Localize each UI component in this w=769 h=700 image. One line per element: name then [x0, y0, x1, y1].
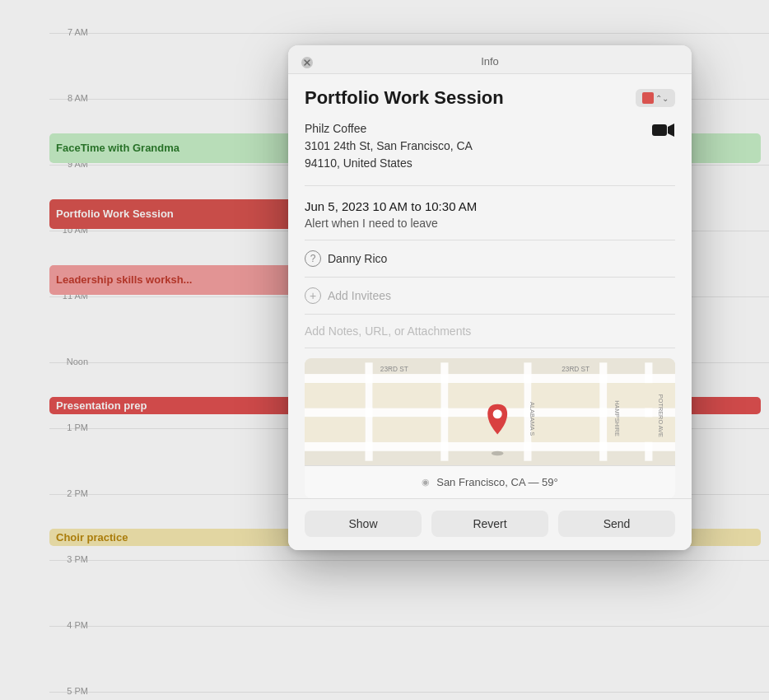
map-footer-text: San Francisco, CA — 59° [436, 476, 558, 488]
location-address: 3101 24th St, San Francisco, CA94110, Un… [305, 138, 473, 172]
organizer-name: Danny Rico [328, 252, 387, 265]
svg-rect-8 [305, 442, 675, 451]
svg-rect-10 [440, 362, 448, 460]
svg-rect-22 [532, 417, 600, 441]
popup-footer: Show Revert Send [288, 498, 692, 550]
svg-rect-20 [373, 417, 441, 441]
svg-text:POTRERO AVE: POTRERO AVE [657, 394, 664, 437]
datetime-section: Jun 5, 2023 10 AM to 10:30 AM Alert when… [305, 199, 675, 240]
svg-marker-4 [668, 124, 674, 137]
calendar-color-square [642, 92, 654, 104]
svg-rect-17 [532, 383, 600, 408]
svg-point-30 [493, 409, 502, 418]
question-icon: ? [305, 250, 321, 267]
video-camera-icon[interactable] [652, 122, 675, 142]
svg-text:23RD ST: 23RD ST [562, 366, 590, 373]
location-dot-icon: ◉ [422, 477, 430, 488]
popup-header: Info [288, 45, 692, 74]
svg-rect-9 [365, 362, 372, 460]
svg-rect-21 [448, 417, 524, 441]
svg-rect-3 [652, 124, 667, 136]
map-container[interactable]: 23RD ST 23RD ST POTRERO AVE HAMPSHIRE AL… [305, 358, 675, 498]
svg-text:HAMPSHIRE: HAMPSHIRE [613, 400, 621, 436]
svg-point-29 [492, 451, 504, 456]
send-button[interactable]: Send [558, 511, 675, 537]
close-button[interactable] [298, 54, 316, 72]
svg-rect-6 [305, 374, 675, 383]
svg-text:23RD ST: 23RD ST [380, 366, 408, 373]
popup-body: Portfolio Work Session ⌃⌄ Philz Coffee 3… [288, 74, 692, 498]
revert-button[interactable]: Revert [431, 511, 548, 537]
svg-rect-15 [373, 383, 441, 408]
map-footer: ◉ San Francisco, CA — 59° [305, 465, 675, 498]
close-icon [301, 56, 314, 69]
location-name: Philz Coffee [305, 120, 473, 138]
chevron-icon: ⌃⌄ [655, 94, 669, 103]
event-title-row: Portfolio Work Session ⌃⌄ [305, 87, 675, 109]
notes-field[interactable]: Add Notes, URL, or Attachments [305, 324, 675, 348]
event-title: Portfolio Work Session [305, 87, 504, 109]
organizer-row: ? Danny Rico [305, 250, 675, 278]
info-popup: Info Portfolio Work Session ⌃⌄ Philz Cof… [288, 45, 692, 550]
alert-text: Alert when I need to leave [305, 217, 675, 230]
datetime-text: Jun 5, 2023 10 AM to 10:30 AM [305, 199, 675, 213]
svg-rect-19 [305, 417, 365, 441]
add-invitees-label: Add Invitees [328, 289, 391, 302]
calendar-color-button[interactable]: ⌃⌄ [636, 89, 675, 107]
add-invitees-row[interactable]: + Add Invitees [305, 287, 675, 315]
map-svg: 23RD ST 23RD ST POTRERO AVE HAMPSHIRE AL… [305, 358, 675, 465]
location-details: Philz Coffee 3101 24th St, San Francisco… [305, 120, 473, 172]
location-row: Philz Coffee 3101 24th St, San Francisco… [305, 120, 675, 186]
svg-rect-14 [305, 383, 365, 408]
svg-rect-13 [645, 362, 652, 460]
svg-rect-16 [448, 383, 524, 408]
svg-rect-12 [599, 362, 607, 460]
plus-circle-icon: + [305, 287, 321, 304]
popup-title-bar-label: Info [481, 55, 499, 68]
show-button[interactable]: Show [305, 511, 422, 537]
svg-text:ALABAMA S: ALABAMA S [529, 402, 536, 436]
map-background: 23RD ST 23RD ST POTRERO AVE HAMPSHIRE AL… [305, 358, 675, 465]
